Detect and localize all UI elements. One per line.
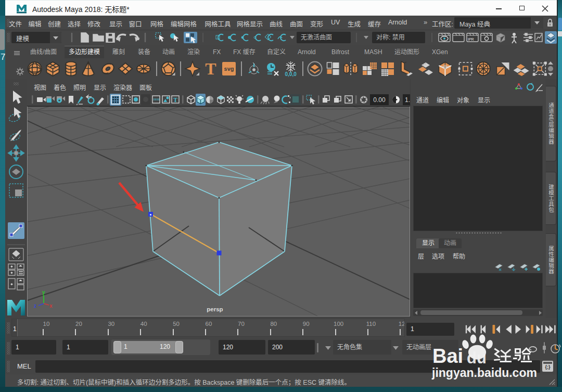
svg-text:svg: svg — [224, 66, 234, 72]
svg-text:IPR: IPR — [468, 37, 474, 41]
svg-text:1.: 1. — [405, 96, 410, 104]
svg-text:T: T — [173, 96, 177, 104]
svg-text:0,0,0: 0,0,0 — [285, 71, 297, 77]
svg-text:z: z — [34, 303, 36, 309]
svg-text:x: x — [49, 303, 53, 309]
svg-text:y: y — [42, 289, 45, 295]
svg-text:0.00: 0.00 — [373, 96, 386, 104]
svg-text:T: T — [205, 59, 216, 78]
svg-text:persp: persp — [207, 306, 223, 312]
